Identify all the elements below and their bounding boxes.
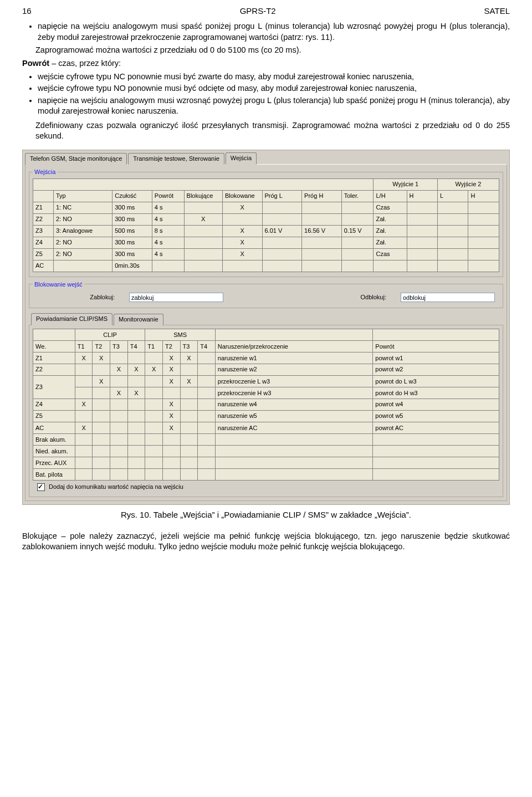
cell[interactable] [468,225,499,237]
cell-check[interactable] [93,364,110,376]
cell[interactable]: Z5 [33,248,54,260]
cell-check[interactable] [180,364,198,376]
cell[interactable]: 300 ms [112,213,152,225]
cell[interactable]: Czas [374,202,407,213]
cell-check[interactable]: X [75,422,93,434]
cell-check[interactable]: X [110,364,128,376]
cell-we[interactable]: Z3 [33,376,75,399]
cell-check[interactable] [75,434,93,446]
cell-pow[interactable] [373,469,499,481]
cell[interactable]: 0min.30s [112,260,152,272]
cell[interactable]: Z2 [33,213,54,225]
cell-nar[interactable]: naruszenie w2 [215,364,373,376]
cell-check[interactable] [127,399,145,411]
cell-we[interactable]: Z1 [33,352,75,364]
cell[interactable] [407,248,437,260]
cell-check[interactable] [198,399,216,411]
cell-check[interactable] [145,352,163,364]
cell[interactable]: X [222,202,262,213]
cell-check[interactable] [75,469,93,481]
cell-check[interactable] [127,411,145,422]
cell[interactable]: X [222,248,262,260]
cell-check[interactable] [110,457,128,469]
cell-check[interactable] [127,376,145,387]
odblokuj-input[interactable] [401,293,495,302]
cell-we[interactable]: AC [33,422,75,434]
tab-wejscia[interactable]: Wejścia [226,152,257,165]
cell[interactable] [222,213,262,225]
cell-check[interactable]: X [93,352,110,364]
cell[interactable] [262,202,302,213]
cell[interactable]: X [222,225,262,237]
cell[interactable] [184,202,222,213]
cell-check[interactable]: X [162,364,180,376]
table-row[interactable]: Z5Xnaruszenie w5powrot w5 [33,411,499,422]
cell-check[interactable]: X [75,399,93,411]
cell-check[interactable] [198,352,216,364]
cell-check[interactable] [145,446,163,457]
cell[interactable]: 1: NC [53,202,112,213]
sms-table[interactable]: CLIP SMS We. T1 T2 T3 T4 T1 T2 T3 T4 [33,329,499,481]
cell-check[interactable] [127,469,145,481]
cell[interactable]: 3: Analogowe [53,225,112,237]
cell[interactable] [262,248,302,260]
cell[interactable] [184,260,222,272]
cell-check[interactable] [180,422,198,434]
cell-check[interactable] [93,411,110,422]
cell-check[interactable] [145,457,163,469]
cell-check[interactable]: X [162,352,180,364]
cell-check[interactable] [93,387,110,399]
cell-nar[interactable]: naruszenie w4 [215,399,373,411]
table-row[interactable]: Z3XXXprzekroczenie L w3powrot do L w3 [33,376,499,387]
cell[interactable]: Z4 [33,237,54,248]
cell-check[interactable] [110,376,128,387]
cell-check[interactable] [145,411,163,422]
cell-nar[interactable] [215,457,373,469]
table-row[interactable]: Z52: NO300 ms4 sXCzas [33,248,499,260]
cell-check[interactable] [162,469,180,481]
cell[interactable]: 0.15 V [341,225,374,237]
cell-check[interactable] [198,376,216,387]
cell[interactable]: 4 s [152,248,184,260]
cell[interactable] [262,237,302,248]
cell-check[interactable] [162,434,180,446]
cell[interactable]: X [184,213,222,225]
cell-check[interactable] [75,364,93,376]
cell-check[interactable]: X [162,376,180,387]
table-row[interactable]: XXprzekroczenie H w3powrot do H w3 [33,387,499,399]
cell-we[interactable]: Brak akum. [33,434,75,446]
cell-pow[interactable]: powrot w2 [373,364,499,376]
cell[interactable] [302,202,342,213]
cell-check[interactable]: X [93,376,110,387]
table-row[interactable]: AC0min.30s [33,260,499,272]
cell[interactable] [437,260,468,272]
cell[interactable] [262,260,302,272]
cell-check[interactable] [110,352,128,364]
cell[interactable]: 2: NO [53,248,112,260]
cell-check[interactable] [180,399,198,411]
cell[interactable]: 2: NO [53,213,112,225]
cell-check[interactable] [93,446,110,457]
cell-pow[interactable] [373,446,499,457]
cell-check[interactable] [145,387,163,399]
cell-pow[interactable]: powrot do H w3 [373,387,499,399]
table-row[interactable]: Z4XXnaruszenie w4powrot w4 [33,399,499,411]
cell-check[interactable] [198,434,216,446]
cell-check[interactable] [75,446,93,457]
cell[interactable]: 500 ms [112,225,152,237]
cell-check[interactable] [198,457,216,469]
cell-check[interactable] [180,446,198,457]
cell-check[interactable]: X [145,364,163,376]
subtab-powiadamianie[interactable]: Powiadamianie CLIP/SMS [31,313,112,325]
cell[interactable] [437,213,468,225]
cell[interactable] [302,248,342,260]
cell[interactable]: Zał. [374,213,407,225]
cell-check[interactable] [145,399,163,411]
table-row[interactable]: Z22: NO300 ms4 sXZał. [33,213,499,225]
cell-check[interactable] [75,387,93,399]
cell-check[interactable] [110,399,128,411]
cell[interactable]: AC [33,260,54,272]
cell[interactable] [222,260,262,272]
table-row[interactable]: Z33: Analogowe500 ms8 sX6.01 V16.56 V0.1… [33,225,499,237]
cell[interactable] [341,237,374,248]
